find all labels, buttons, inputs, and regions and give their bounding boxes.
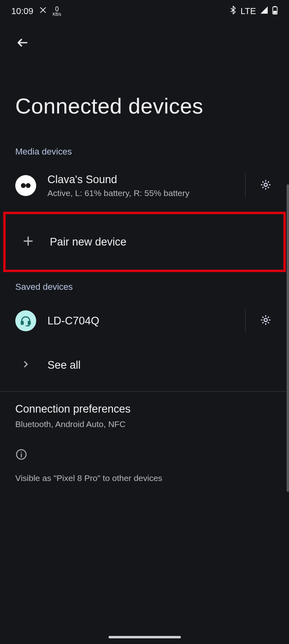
network-label: LTE xyxy=(240,6,256,17)
connection-preferences-title: Connection preferences xyxy=(15,403,274,415)
earbuds-avatar xyxy=(15,175,36,196)
scroll-indicator xyxy=(287,184,289,492)
saved-device-name: LD-C704Q xyxy=(47,315,232,327)
home-indicator[interactable] xyxy=(109,636,181,638)
gear-icon xyxy=(260,179,272,192)
battery-icon xyxy=(272,6,278,17)
x-app-icon xyxy=(39,6,47,17)
back-button[interactable] xyxy=(13,34,32,53)
info-icon xyxy=(15,448,274,462)
svg-point-8 xyxy=(264,318,267,322)
media-device-name: Clava's Sound xyxy=(47,173,232,186)
see-all-label: See all xyxy=(47,359,278,372)
saved-device-settings-button[interactable] xyxy=(245,309,278,333)
bluetooth-icon xyxy=(230,6,236,17)
headset-avatar xyxy=(15,310,36,331)
media-device-status: Active, L: 61% battery, R: 55% battery xyxy=(47,188,232,198)
svg-rect-2 xyxy=(273,11,277,14)
svg-point-11 xyxy=(21,452,22,453)
saved-devices-header: Saved devices xyxy=(0,276,289,299)
media-devices-header: Media devices xyxy=(0,147,289,163)
connection-preferences-row[interactable]: Connection preferences Bluetooth, Androi… xyxy=(0,392,289,432)
kbps-indicator: 0 KB/s xyxy=(53,6,61,17)
visibility-info-text: Visible as "Pixel 8 Pro" to other device… xyxy=(15,473,274,483)
media-device-row[interactable]: Clava's Sound Active, L: 61% battery, R:… xyxy=(0,163,289,208)
signal-icon xyxy=(260,6,268,17)
status-time: 10:09 xyxy=(11,6,33,17)
page-title: Connected devices xyxy=(0,53,289,147)
svg-point-4 xyxy=(26,183,31,188)
arrow-back-icon xyxy=(16,36,29,51)
pair-new-device-row[interactable]: Pair new device xyxy=(6,214,283,270)
gear-icon xyxy=(260,314,272,328)
saved-device-row[interactable]: LD-C704Q xyxy=(0,299,289,343)
svg-rect-1 xyxy=(274,6,276,7)
media-device-settings-button[interactable] xyxy=(245,173,278,198)
see-all-row[interactable]: See all xyxy=(0,343,289,387)
chevron-right-icon xyxy=(21,360,30,370)
pair-new-device-highlight: Pair new device xyxy=(3,212,286,272)
plus-icon xyxy=(22,235,34,249)
svg-rect-6 xyxy=(21,321,23,324)
svg-point-3 xyxy=(21,183,26,188)
pair-new-device-label: Pair new device xyxy=(50,236,275,248)
status-bar: 10:09 0 KB/s LTE xyxy=(0,0,289,23)
svg-point-5 xyxy=(264,183,267,186)
connection-preferences-subtitle: Bluetooth, Android Auto, NFC xyxy=(15,419,274,429)
